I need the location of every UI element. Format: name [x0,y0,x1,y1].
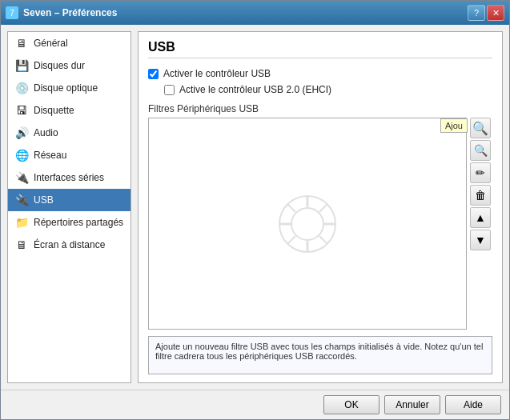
svg-line-7 [319,236,327,244]
filters-label: Filtres Périphériques USB [148,103,492,114]
remove-icon: 🗑 [475,189,486,202]
sidebar-item-disques-dur[interactable]: 💾 Disques dur [8,54,131,77]
sidebar-item-disque-optique[interactable]: 💿 Disque optique [8,77,131,99]
sidebar-item-label: Répertoires partagés [34,217,123,228]
audio-icon: 🔊 [14,126,29,140]
title-bar-left: 7 Seven – Préférences [6,6,117,19]
svg-line-9 [287,236,295,244]
add-icon: 🔍 [472,121,488,136]
sidebar-item-reseau[interactable]: 🌐 Réseau [8,144,131,166]
add-specific-filter-button[interactable]: 🔍 [470,140,491,161]
repertoires-icon: 📁 [14,215,29,230]
disquette-icon: 🖫 [14,103,29,118]
svg-line-6 [287,204,295,212]
sidebar-item-label: Interfaces séries [34,172,104,183]
help-footer-button[interactable]: Aide [445,395,501,414]
remove-filter-button[interactable]: 🗑 [470,185,491,206]
svg-line-8 [319,204,327,212]
window-icon: 7 [6,6,18,19]
usb2-controller-checkbox[interactable] [164,85,175,95]
sidebar-item-label: USB [34,194,54,206]
up-icon: ▲ [475,211,486,224]
sidebar-item-usb[interactable]: 🔌 USB [8,189,131,211]
move-up-button[interactable]: ▲ [470,207,491,228]
content-area: 🖥 Général 💾 Disques dur 💿 Disque optique… [1,25,509,390]
filter-area: 🔍 Ajou 🔍 ✏ 🗑 ▲ [148,118,492,330]
sidebar-item-ecran[interactable]: 🖥 Écran à distance [8,234,131,256]
interfaces-icon: 🔌 [14,170,29,185]
preferences-window: 7 Seven – Préférences ? ✕ 🖥 Général 💾 Di… [0,0,510,420]
panel-title: USB [148,40,492,58]
info-text: Ajoute un nouveau filtre USB avec tous l… [155,342,483,361]
sidebar-item-label: Audio [34,127,58,138]
filter-list[interactable] [148,118,467,330]
usb-controller-label: Activer le contrôleur USB [163,68,271,79]
reseau-icon: 🌐 [14,148,29,162]
usb2-controller-label: Active le contrôleur USB 2.0 (EHCI) [179,84,331,95]
sidebar-item-label: Réseau [34,150,66,161]
title-bar: 7 Seven – Préférences ? ✕ [1,1,509,25]
main-panel: USB Activer le contrôleur USB Active le … [138,31,503,383]
cancel-button[interactable]: Annuler [384,395,440,414]
empty-state-image [271,188,343,260]
edit-icon: ✏ [476,166,485,179]
title-bar-buttons: ? ✕ [468,5,504,21]
footer: OK Annuler Aide [1,390,509,419]
add-specific-icon: 🔍 [474,144,488,157]
sidebar: 🖥 Général 💾 Disques dur 💿 Disque optique… [7,31,131,383]
edit-filter-button[interactable]: ✏ [470,162,491,183]
add-tooltip: Ajou [440,118,468,133]
help-button[interactable]: ? [468,5,485,21]
move-down-button[interactable]: ▼ [470,230,491,250]
filter-buttons: 🔍 Ajou 🔍 ✏ 🗑 ▲ [470,118,492,330]
tooltip-text: Ajou [445,121,463,130]
disques-dur-icon: 💾 [14,58,29,73]
usb-icon: 🔌 [14,193,29,207]
sidebar-item-label: Disquette [34,105,74,116]
sidebar-item-disquette[interactable]: 🖫 Disquette [8,99,131,122]
window-title: Seven – Préférences [23,7,117,18]
sidebar-item-general[interactable]: 🖥 Général [8,32,131,54]
sidebar-item-label: Écran à distance [34,239,105,250]
general-icon: 🖥 [14,36,29,50]
ok-button[interactable]: OK [323,395,379,414]
sidebar-item-label: Disques dur [34,60,85,71]
sidebar-item-repertoires[interactable]: 📁 Répertoires partagés [8,211,131,234]
sidebar-item-interfaces-series[interactable]: 🔌 Interfaces séries [8,166,131,189]
down-icon: ▼ [475,234,486,246]
usb-controller-checkbox[interactable] [148,69,159,79]
disque-optique-icon: 💿 [14,81,29,95]
sidebar-item-label: Disque optique [34,82,98,94]
info-box: Ajoute un nouveau filtre USB avec tous l… [148,336,492,374]
sidebar-item-audio[interactable]: 🔊 Audio [8,122,131,144]
sidebar-item-label: Général [34,38,68,49]
usb-controller-row: Activer le contrôleur USB [148,68,492,79]
usb2-controller-row: Active le contrôleur USB 2.0 (EHCI) [164,84,492,95]
ecran-icon: 🖥 [14,238,29,252]
svg-point-1 [291,208,323,240]
add-filter-button[interactable]: 🔍 Ajou [470,118,491,138]
close-button[interactable]: ✕ [487,5,504,21]
